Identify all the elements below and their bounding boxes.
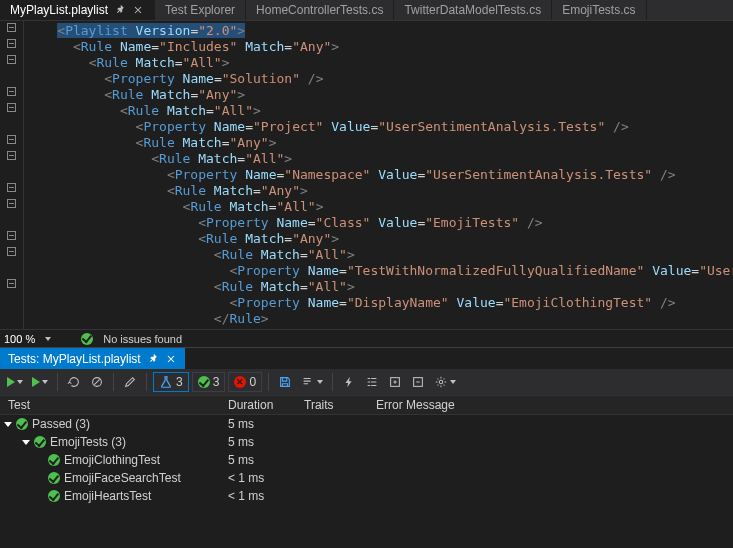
expand-icon <box>388 375 402 389</box>
code-content[interactable]: <Playlist Version="2.0"> <Rule Name="Inc… <box>24 21 733 329</box>
caret-icon <box>22 440 30 445</box>
test-toolbar: 3 3 ✕ 0 <box>0 369 733 395</box>
play-icon <box>7 377 15 387</box>
flask-icon <box>159 375 173 389</box>
caret-icon <box>4 422 12 427</box>
bolt-icon <box>342 375 356 389</box>
issues-label: No issues found <box>103 333 182 345</box>
playlist-icon <box>301 375 315 389</box>
edit-playlist-button[interactable] <box>120 371 140 393</box>
editor-statusbar: 100 % No issues found <box>0 329 733 347</box>
column-duration[interactable]: Duration <box>220 398 296 412</box>
tab-emojitests[interactable]: EmojiTests.cs <box>552 0 646 20</box>
svg-point-3 <box>439 380 443 384</box>
column-error[interactable]: Error Message <box>368 398 733 412</box>
tab-twitterdatamodeltests[interactable]: TwitterDataModelTests.cs <box>394 0 552 20</box>
pin-icon[interactable] <box>114 4 126 16</box>
outline-gutter[interactable] <box>0 21 24 329</box>
column-traits[interactable]: Traits <box>296 398 368 412</box>
tab-homecontrollertests[interactable]: HomeControllerTests.cs <box>246 0 394 20</box>
tab-playlist-file[interactable]: MyPlayList.playlist <box>0 0 155 20</box>
column-test[interactable]: Test <box>0 398 220 412</box>
test-row[interactable]: EmojiClothingTest 5 ms <box>0 451 733 469</box>
close-icon[interactable] <box>165 353 177 365</box>
expand-button[interactable] <box>385 371 405 393</box>
stop-button[interactable] <box>87 371 107 393</box>
gear-icon <box>434 375 448 389</box>
pass-icon <box>16 418 28 430</box>
test-row[interactable]: EmojiFaceSearchTest < 1 ms <box>0 469 733 487</box>
class-row-emojitests[interactable]: EmojiTests (3) 5 ms <box>0 433 733 451</box>
run-all-button[interactable] <box>4 371 26 393</box>
repeat-icon <box>67 375 81 389</box>
pass-icon <box>34 436 46 448</box>
tab-label: MyPlayList.playlist <box>10 3 108 17</box>
passed-tests-pill[interactable]: 3 <box>192 372 226 392</box>
panel-tab-tests[interactable]: Tests: MyPlayList.playlist <box>0 348 185 369</box>
pencil-icon <box>123 375 137 389</box>
group-by-button[interactable] <box>362 371 382 393</box>
editor-tabs: MyPlayList.playlist Test Explorer HomeCo… <box>0 0 733 20</box>
zoom-level[interactable]: 100 % <box>4 333 35 345</box>
tests-grid-header: Test Duration Traits Error Message <box>0 395 733 415</box>
failed-tests-pill[interactable]: ✕ 0 <box>228 372 262 392</box>
repeat-button[interactable] <box>64 371 84 393</box>
save-icon <box>278 375 292 389</box>
save-button[interactable] <box>275 371 295 393</box>
check-icon <box>81 333 93 345</box>
tests-grid-body[interactable]: Passed (3) 5 ms EmojiTests (3) 5 ms Emoj… <box>0 415 733 548</box>
playlist-button[interactable] <box>298 371 326 393</box>
pass-icon <box>48 490 60 502</box>
run-button[interactable] <box>29 371 51 393</box>
close-icon[interactable] <box>132 4 144 16</box>
test-row[interactable]: EmojiHeartsTest < 1 ms <box>0 487 733 505</box>
group-row-passed[interactable]: Passed (3) 5 ms <box>0 415 733 433</box>
zoom-dropdown-icon[interactable] <box>45 337 51 341</box>
tree-icon <box>365 375 379 389</box>
panel-tabs: Tests: MyPlayList.playlist <box>0 347 733 369</box>
code-editor[interactable]: <Playlist Version="2.0"> <Rule Name="Inc… <box>0 20 733 329</box>
profile-button[interactable] <box>339 371 359 393</box>
pass-icon <box>198 376 210 388</box>
pin-icon[interactable] <box>147 353 159 365</box>
tab-test-explorer[interactable]: Test Explorer <box>155 0 246 20</box>
fail-icon: ✕ <box>234 376 246 388</box>
cancel-icon <box>90 375 104 389</box>
pass-icon <box>48 454 60 466</box>
settings-button[interactable] <box>431 371 459 393</box>
pass-icon <box>48 472 60 484</box>
total-tests-pill[interactable]: 3 <box>153 372 189 392</box>
collapse-button[interactable] <box>408 371 428 393</box>
play-icon <box>32 377 40 387</box>
collapse-icon <box>411 375 425 389</box>
